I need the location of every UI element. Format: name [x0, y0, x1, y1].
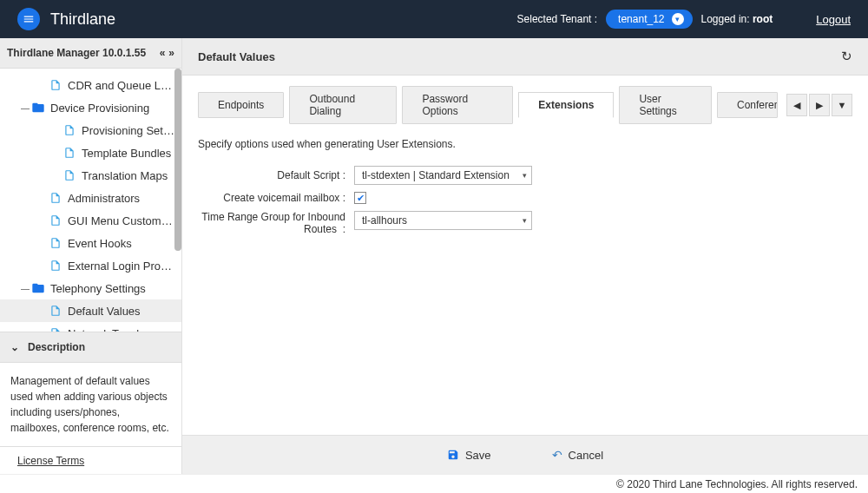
sidebar-item-label: External Login Provi… — [68, 260, 174, 273]
selected-tenant-label: Selected Tenant : — [517, 13, 598, 25]
sidebar-item-label: Provisioning Setti… — [82, 124, 174, 137]
sidebar: Thirdlane Manager 10.0.1.55 « » CDR and … — [0, 38, 182, 474]
sidebar-item-label: Telephony Settings — [50, 282, 146, 295]
folder-icon — [31, 281, 45, 295]
content-area: Default Values ↻ EndpointsOutbound Diali… — [182, 38, 868, 474]
sidebar-item-telephony-settings[interactable]: —Telephony Settings — [0, 277, 181, 299]
sidebar-item-network-topology[interactable]: Network Topology — [0, 322, 181, 332]
save-icon — [447, 449, 459, 461]
file-icon — [49, 304, 62, 318]
sidebar-item-gui-menu-customiz[interactable]: GUI Menu Customiz… — [0, 209, 181, 232]
tab-endpoints[interactable]: Endpoints — [198, 92, 284, 118]
license-row: License Terms — [0, 446, 181, 474]
sidebar-item-label: Template Bundles — [82, 147, 171, 160]
time-range-select[interactable]: tl-allhours — [354, 211, 532, 230]
sidebar-item-cdr-and-queue-logs[interactable]: CDR and Queue Logs — [0, 74, 181, 96]
content-header: Default Values ↻ — [182, 38, 868, 76]
sidebar-item-label: Device Provisioning — [50, 102, 149, 115]
tab-prev-button[interactable]: ◀ — [786, 94, 807, 116]
sidebar-header: Thirdlane Manager 10.0.1.55 « » — [0, 38, 181, 69]
footer: © 2020 Third Lane Technologies. All righ… — [0, 474, 868, 493]
sidebar-item-event-hooks[interactable]: Event Hooks — [0, 232, 181, 254]
sidebar-item-label: Network Topology — [68, 327, 157, 332]
tab-nav: ◀ ▶ ▼ — [786, 94, 852, 116]
sidebar-item-device-provisioning[interactable]: —Device Provisioning — [0, 96, 181, 119]
file-icon — [62, 146, 76, 160]
chevron-down-icon: ⌄ — [10, 341, 19, 353]
top-header: Thirdlane Selected Tenant : tenant_12 ▾ … — [0, 0, 868, 38]
page-title: Default Values — [198, 50, 275, 63]
file-icon — [62, 168, 76, 182]
file-icon — [49, 214, 62, 227]
description-body: Management of default values used when a… — [0, 363, 181, 446]
file-icon — [49, 191, 62, 205]
default-script-select[interactable]: tl-stdexten | Standard Extension — [354, 166, 532, 185]
sidebar-item-provisioning-setti[interactable]: Provisioning Setti… — [0, 119, 181, 141]
cancel-button[interactable]: ↶ Cancel — [552, 448, 603, 462]
description-header[interactable]: ⌄ Description — [0, 332, 181, 363]
sidebar-item-administrators[interactable]: Administrators — [0, 187, 181, 209]
time-range-value: tl-allhours — [362, 214, 407, 227]
sidebar-item-label: Translation Maps — [82, 169, 168, 182]
tab-user-settings[interactable]: User Settings — [619, 86, 712, 124]
sidebar-item-label: Default Values — [68, 305, 141, 318]
undo-icon: ↶ — [552, 448, 562, 462]
save-button[interactable]: Save — [447, 449, 491, 462]
sidebar-item-translation-maps[interactable]: Translation Maps — [0, 164, 181, 187]
expander-icon[interactable]: — — [19, 103, 31, 113]
copyright: © 2020 Third Lane Technologies. All righ… — [616, 478, 858, 490]
tab-menu-button[interactable]: ▼ — [832, 94, 852, 116]
row-default-script: Default Script : tl-stdexten | Standard … — [198, 166, 852, 185]
cancel-label: Cancel — [569, 449, 603, 462]
file-icon — [62, 123, 76, 137]
tenant-name: tenant_12 — [618, 13, 664, 25]
sidebar-item-default-values[interactable]: Default Values — [0, 299, 181, 322]
time-range-label: Time Range Group for InboundRoutes : — [198, 211, 354, 236]
scrollbar-thumb[interactable] — [174, 69, 181, 251]
save-label: Save — [465, 449, 491, 462]
tabs-row: EndpointsOutbound DialingPassword Option… — [182, 76, 868, 124]
sidebar-item-label: CDR and Queue Logs — [68, 79, 174, 92]
description-title: Description — [28, 341, 85, 353]
expand-all-icon[interactable]: » — [168, 47, 174, 59]
license-link[interactable]: License Terms — [17, 455, 84, 467]
row-time-range: Time Range Group for InboundRoutes : tl-… — [198, 211, 852, 236]
folder-icon — [31, 101, 45, 115]
nav-tree: CDR and Queue Logs—Device ProvisioningPr… — [0, 69, 181, 332]
sidebar-item-label: Administrators — [68, 192, 140, 205]
file-icon — [49, 259, 62, 273]
refresh-icon[interactable]: ↻ — [841, 49, 852, 64]
header-right: Selected Tenant : tenant_12 ▾ Logged in:… — [517, 10, 851, 29]
sidebar-item-template-bundles[interactable]: Template Bundles — [0, 141, 181, 164]
default-script-value: tl-stdexten | Standard Extension — [362, 169, 510, 181]
sidebar-item-label: GUI Menu Customiz… — [68, 214, 174, 227]
tenant-selector[interactable]: tenant_12 ▾ — [606, 10, 692, 29]
check-icon: ✔ — [357, 193, 365, 204]
sidebar-title: Thirdlane Manager 10.0.1.55 — [7, 47, 146, 59]
logged-in-label: Logged in: root — [701, 13, 773, 25]
description-panel: ⌄ Description Management of default valu… — [0, 332, 181, 446]
chevron-down-icon: ▾ — [672, 13, 684, 25]
expander-icon[interactable]: — — [19, 284, 31, 293]
tab-extensions[interactable]: Extensions — [518, 92, 614, 118]
brand-name: Thirdlane — [50, 10, 115, 29]
tab-password-options[interactable]: Password Options — [402, 86, 513, 124]
tab-outbound-dialing[interactable]: Outbound Dialing — [289, 86, 397, 124]
tab-next-button[interactable]: ▶ — [809, 94, 830, 116]
row-voicemail: Create voicemail mailbox : ✔ — [198, 192, 852, 204]
logged-in-user: root — [753, 13, 773, 25]
sidebar-item-label: Event Hooks — [68, 237, 132, 250]
file-icon — [49, 78, 62, 92]
voicemail-checkbox[interactable]: ✔ — [354, 192, 366, 204]
logout-link[interactable]: Logout — [816, 13, 851, 26]
sidebar-item-external-login-provi[interactable]: External Login Provi… — [0, 254, 181, 277]
default-script-label: Default Script : — [198, 169, 354, 181]
instruction-text: Specify options used when generating Use… — [198, 138, 852, 150]
brand-logo-icon — [17, 8, 40, 30]
action-bar: Save ↶ Cancel — [182, 435, 868, 474]
file-icon — [49, 236, 62, 250]
content-body: Specify options used when generating Use… — [182, 124, 868, 435]
tab-conferenc[interactable]: Conferenc — [717, 92, 778, 118]
file-icon — [49, 326, 62, 332]
collapse-all-icon[interactable]: « — [160, 47, 166, 59]
